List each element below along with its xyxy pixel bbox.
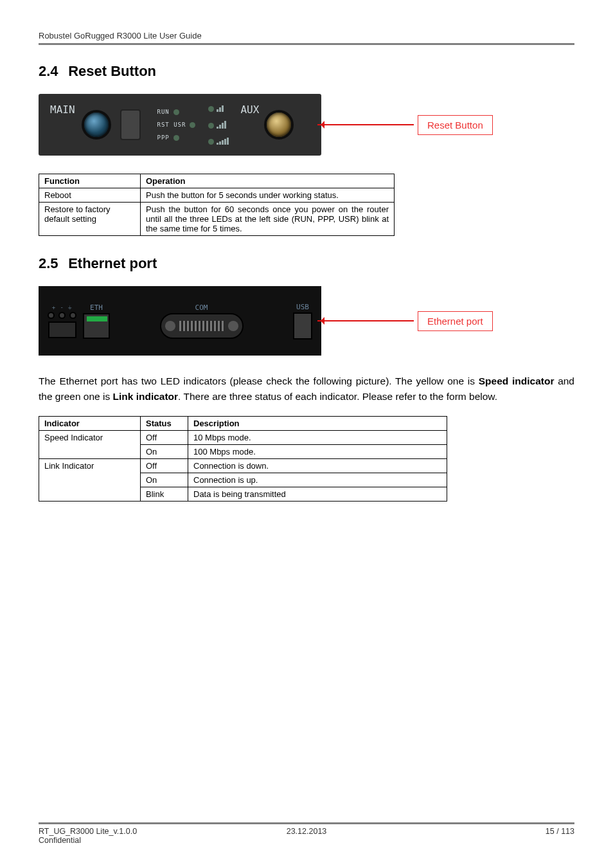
- aux-antenna-label: AUX: [240, 104, 259, 147]
- led-label-run: RUN: [157, 106, 170, 118]
- section-title: Reset Button: [68, 63, 156, 79]
- signal-lamp-2: [208, 123, 214, 129]
- run-led: [173, 109, 179, 115]
- ethernet-port-figure: + - ⏚ ETH COM USB Ethernet port: [39, 286, 574, 356]
- col-status: Status: [141, 417, 188, 431]
- ethernet-port-callout: Ethernet port: [418, 311, 493, 331]
- eth-block: ETH: [83, 303, 110, 339]
- cell-description: Connection is down.: [188, 459, 447, 473]
- router-front-panel: MAIN RUN RST USR PPP AUX: [39, 94, 321, 156]
- section-number: 2.4: [39, 63, 64, 80]
- power-terminal-block: + - ⏚: [48, 304, 76, 338]
- router-rear-panel: + - ⏚ ETH COM USB: [39, 286, 321, 356]
- ppp-led: [173, 135, 179, 141]
- cell-operation: Push the button for 5 seconds under work…: [141, 188, 395, 203]
- cell-status: Off: [141, 459, 188, 473]
- usb-port: [293, 312, 312, 339]
- led-label-rst-usr: RST USR: [157, 119, 186, 131]
- main-sma-connector: [82, 110, 111, 140]
- section-number: 2.5: [39, 255, 64, 272]
- usb-label: USB: [296, 303, 309, 311]
- table-row: Speed Indicator Off 10 Mbps mode.: [39, 431, 447, 445]
- col-operation: Operation: [141, 174, 395, 188]
- indicator-status-table: Indicator Status Description Speed Indic…: [39, 416, 447, 502]
- led-cluster: RUN RST USR PPP: [157, 105, 196, 144]
- table-row: Indicator Status Description: [39, 417, 447, 431]
- col-indicator: Indicator: [39, 417, 141, 431]
- callout-arrow: [317, 124, 414, 125]
- footer-page-number: 15 / 113: [396, 827, 574, 836]
- com-port: [160, 313, 244, 339]
- section-2-5-heading: 2.5 Ethernet port: [39, 255, 574, 272]
- page-header: Robustel GoRugged R3000 Lite User Guide: [39, 31, 574, 43]
- cell-operation: Push the button for 60 seconds once you …: [141, 203, 395, 236]
- terminal-body: [48, 321, 76, 338]
- cell-status: On: [141, 445, 188, 459]
- signal-lamp-1: [208, 106, 214, 112]
- footer-confidential: Confidential: [39, 836, 574, 845]
- signal-lamp-3: [208, 139, 214, 145]
- table-row: Restore to factory default setting Push …: [39, 203, 395, 236]
- section-title: Ethernet port: [68, 255, 157, 271]
- speed-indicator-term: Speed indicator: [479, 375, 555, 386]
- footer-date: 23.12.2013: [217, 827, 396, 836]
- cell-description: 10 Mbps mode.: [188, 431, 447, 445]
- reset-function-table: Function Operation Reboot Push the butto…: [39, 174, 395, 236]
- table-row: Link Indicator Off Connection is down.: [39, 459, 447, 473]
- power-polarity-label: + - ⏚: [52, 304, 73, 311]
- eth-label: ETH: [90, 303, 103, 312]
- aux-sma-connector: [264, 110, 294, 140]
- signal-leds: [208, 105, 229, 145]
- reset-button-figure: MAIN RUN RST USR PPP AUX Reset Button: [39, 94, 574, 156]
- cell-indicator: Speed Indicator: [39, 431, 141, 459]
- terminal-screws: [48, 312, 76, 319]
- footer-doc-id: RT_UG_R3000 Lite_v.1.0.0: [39, 827, 217, 836]
- cell-description: Data is being transmitted: [188, 487, 447, 502]
- led-label-ppp: PPP: [157, 132, 170, 143]
- text-segment: The Ethernet port has two LED indicators…: [39, 375, 479, 386]
- sim-slot: [120, 109, 141, 140]
- com-block: COM: [116, 303, 287, 339]
- cell-indicator: Link Indicator: [39, 459, 141, 502]
- usr-led: [190, 122, 195, 128]
- cell-function: Restore to factory default setting: [39, 203, 141, 236]
- table-row: Reboot Push the button for 5 seconds und…: [39, 188, 395, 203]
- page-footer: RT_UG_R3000 Lite_v.1.0.0 23.12.2013 15 /…: [39, 822, 574, 845]
- col-function: Function: [39, 174, 141, 188]
- ethernet-description-paragraph: The Ethernet port has two LED indicators…: [39, 374, 574, 404]
- footer-rule: [39, 822, 574, 824]
- cell-description: 100 Mbps mode.: [188, 445, 447, 459]
- ethernet-jack: [83, 313, 110, 339]
- header-rule: [39, 43, 574, 45]
- cell-status: On: [141, 473, 188, 487]
- cell-status: Blink: [141, 487, 188, 502]
- table-row: Function Operation: [39, 174, 395, 188]
- link-indicator-term: Link indicator: [112, 391, 178, 402]
- section-2-4-heading: 2.4 Reset Button: [39, 63, 574, 80]
- text-segment: . There are three status of each indicat…: [178, 391, 497, 402]
- cell-status: Off: [141, 431, 188, 445]
- col-description: Description: [188, 417, 447, 431]
- cell-function: Reboot: [39, 188, 141, 203]
- main-antenna-label: MAIN: [50, 104, 75, 147]
- cell-description: Connection is up.: [188, 473, 447, 487]
- callout-arrow: [317, 320, 414, 321]
- com-label: COM: [195, 303, 208, 312]
- reset-button-callout: Reset Button: [418, 115, 493, 135]
- usb-block: USB: [293, 303, 312, 339]
